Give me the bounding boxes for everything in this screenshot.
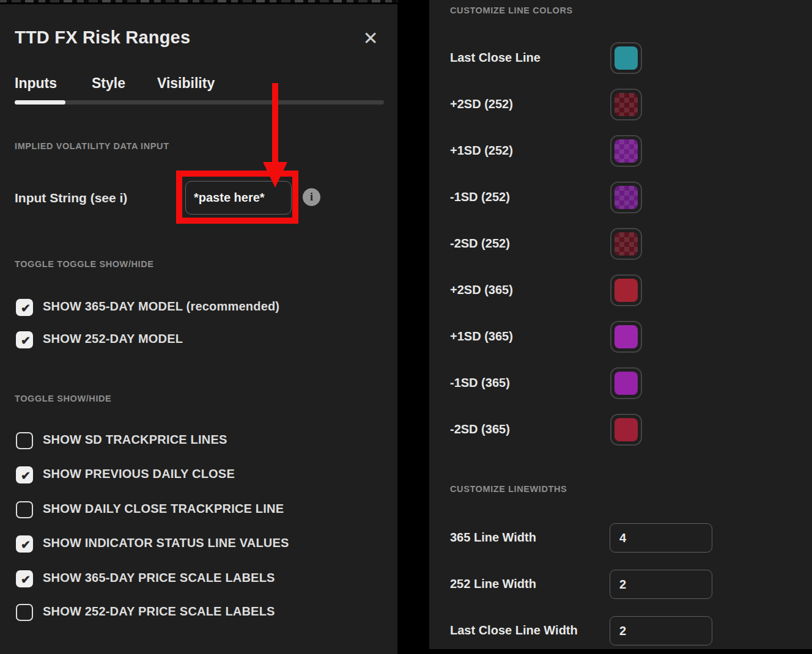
checkbox-show-365-day-price-scale-labels[interactable] xyxy=(16,570,33,587)
color-row-label: Last Close Line xyxy=(450,51,541,65)
width-row-label: 365 Line Width xyxy=(450,531,536,545)
color-swatch-plus2sd-252[interactable] xyxy=(610,89,642,120)
color-row: +2SD (252) xyxy=(429,89,812,120)
input-string-label: Input String (see i) xyxy=(15,191,127,205)
info-icon[interactable]: i xyxy=(303,188,320,206)
cropped-toolbar-strip xyxy=(0,0,397,2)
checkbox-label: SHOW 365-DAY MODEL (recommended) xyxy=(43,299,279,314)
checkbox-label: SHOW 252-DAY PRICE SCALE LABELS xyxy=(43,604,275,619)
color-row-label: -1SD (252) xyxy=(450,190,510,204)
checkbox-show-252-day-model[interactable] xyxy=(16,331,33,348)
color-row-label: +1SD (252) xyxy=(450,144,513,158)
color-swatch-minus2sd-365[interactable] xyxy=(610,414,642,446)
section-header-model-toggles: TOGGLE TOGGLE SHOW/HIDE xyxy=(15,259,154,269)
checkbox-show-previous-daily-close[interactable] xyxy=(16,466,33,483)
section-header-visibility-toggles: TOGGLE SHOW/HIDE xyxy=(15,394,111,403)
swatch-fill xyxy=(615,139,638,163)
color-row: +1SD (365) xyxy=(429,321,812,353)
color-swatch-last-close-line[interactable] xyxy=(610,42,642,74)
checkbox-label: SHOW SD TRACKPRICE LINES xyxy=(43,433,227,447)
color-row-label: +1SD (365) xyxy=(450,329,513,344)
color-row: -2SD (365) xyxy=(429,414,812,446)
color-row: -1SD (252) xyxy=(429,182,812,213)
checkbox-show-365-day-model[interactable] xyxy=(16,299,33,316)
color-swatch-minus2sd-252[interactable] xyxy=(610,228,642,260)
swatch-fill xyxy=(615,46,638,70)
swatch-fill xyxy=(615,232,638,255)
width-row-label: Last Close Line Width xyxy=(450,623,578,637)
checkbox-label: SHOW 252-DAY MODEL xyxy=(43,332,183,346)
tab-active-indicator xyxy=(15,100,65,105)
color-row-label: -2SD (365) xyxy=(450,422,510,436)
tab-track xyxy=(15,100,384,105)
width-row: 252 Line Width xyxy=(429,570,812,599)
color-swatch-plus1sd-365[interactable] xyxy=(610,321,642,353)
width-row-label: 252 Line Width xyxy=(450,577,536,591)
color-row-label: -2SD (252) xyxy=(450,237,510,251)
settings-dialog: TTD FX Risk Ranges ✕ Inputs Style Visibi… xyxy=(0,4,397,654)
color-swatch-plus2sd-365[interactable] xyxy=(610,274,642,306)
dialog-title: TTD FX Risk Ranges xyxy=(15,28,190,48)
tab-visibility[interactable]: Visibility xyxy=(157,75,215,92)
checkbox-label: SHOW INDICATOR STATUS LINE VALUES xyxy=(43,536,289,550)
swatch-fill xyxy=(615,418,638,441)
color-swatch-minus1sd-252[interactable] xyxy=(610,182,642,213)
section-header-iv-input: IMPLIED VOLATILITY DATA INPUT xyxy=(15,141,169,151)
tab-inputs[interactable]: Inputs xyxy=(15,75,57,92)
color-row: +1SD (252) xyxy=(429,135,812,167)
width-row: 365 Line Width xyxy=(429,523,812,553)
color-row: Last Close Line xyxy=(429,42,812,74)
input-252-line-width[interactable] xyxy=(610,570,712,599)
color-row: -1SD (365) xyxy=(429,367,812,399)
checkbox-show-sd-trackprice-lines[interactable] xyxy=(16,432,33,449)
checkbox-show-daily-close-trackprice-line[interactable] xyxy=(16,501,33,518)
checkbox-label: SHOW PREVIOUS DAILY CLOSE xyxy=(43,467,235,481)
color-swatch-minus1sd-365[interactable] xyxy=(610,367,642,399)
color-row-label: -1SD (365) xyxy=(450,376,510,390)
checkbox-show-252-day-price-scale-labels[interactable] xyxy=(16,604,33,621)
input-365-line-width[interactable] xyxy=(610,523,712,553)
swatch-fill xyxy=(615,279,638,302)
close-icon[interactable]: ✕ xyxy=(358,26,383,51)
swatch-fill xyxy=(615,325,638,348)
checkbox-show-indicator-status-line-values[interactable] xyxy=(16,535,33,553)
color-row: -2SD (252) xyxy=(429,228,812,260)
annotation-arrow-icon xyxy=(272,83,278,163)
section-header-line-colors: CUSTOMIZE LINE COLORS xyxy=(450,6,573,15)
section-header-linewidths: CUSTOMIZE LINEWIDTHS xyxy=(450,484,567,494)
color-row-label: +2SD (252) xyxy=(450,97,513,111)
tab-style[interactable]: Style xyxy=(92,75,125,92)
color-swatch-plus1sd-252[interactable] xyxy=(610,135,642,167)
swatch-fill xyxy=(615,93,638,116)
swatch-fill xyxy=(615,186,638,209)
checkbox-label: SHOW 365-DAY PRICE SCALE LABELS xyxy=(43,571,275,585)
color-row-label: +2SD (365) xyxy=(450,283,513,297)
input-last-close-line-width[interactable] xyxy=(610,616,712,645)
color-row: +2SD (365) xyxy=(429,274,812,306)
style-settings-panel: CUSTOMIZE LINE COLORS Last Close Line +2… xyxy=(429,0,812,649)
annotation-arrow-head-icon xyxy=(263,162,287,188)
checkbox-label: SHOW DAILY CLOSE TRACKPRICE LINE xyxy=(43,502,284,516)
width-row: Last Close Line Width xyxy=(429,616,812,645)
swatch-fill xyxy=(615,372,638,395)
